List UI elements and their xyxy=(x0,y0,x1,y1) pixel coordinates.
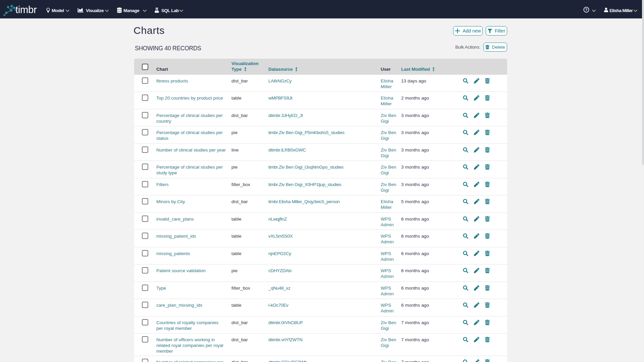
svg-text:?: ? xyxy=(585,8,587,12)
